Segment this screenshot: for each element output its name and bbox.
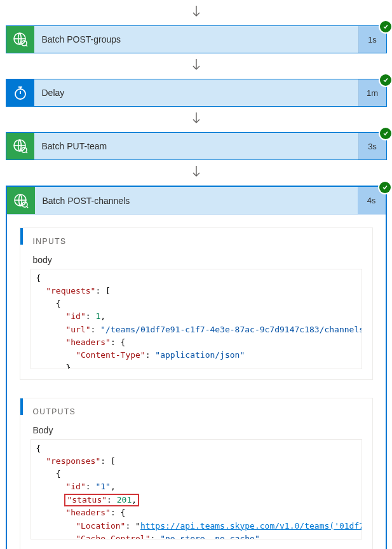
- step-body: INPUTS body { "requests": [ { "id": 1, "…: [7, 215, 386, 549]
- outputs-title: OUTPUTS: [30, 407, 362, 416]
- step-card[interactable]: Batch PUT-team3s: [6, 132, 387, 160]
- arrow-icon: [189, 107, 204, 132]
- inputs-title: INPUTS: [30, 237, 362, 246]
- step-card-expanded[interactable]: Batch POST-channels 4s INPUTS body { "re…: [6, 186, 387, 549]
- svg-point-1: [22, 41, 27, 46]
- success-badge-icon: [380, 128, 391, 139]
- step-card[interactable]: Batch POST-groups1s: [6, 25, 387, 53]
- step-card[interactable]: Delay1m: [6, 79, 387, 107]
- step-title: Delay: [34, 79, 358, 106]
- arrow-icon: [189, 0, 204, 25]
- outputs-section: OUTPUTS Body { "responses": [ { "id": "1…: [20, 398, 373, 549]
- timer-icon: [6, 79, 34, 106]
- step-header[interactable]: Batch POST-channels 4s: [7, 187, 386, 215]
- svg-point-6: [22, 202, 27, 207]
- success-badge-icon: [380, 74, 391, 86]
- inputs-code-view[interactable]: { "requests": [ { "id": 1, "url": "/team…: [30, 269, 362, 369]
- step-title: Batch POST-channels: [35, 187, 358, 214]
- arrow-icon: [189, 160, 204, 186]
- step-title: Batch POST-groups: [34, 26, 358, 53]
- workflow-run-view: Batch POST-groups1sDelay1mBatch PUT-team…: [5, 0, 387, 549]
- outputs-field-label: Body: [30, 425, 362, 435]
- inputs-field-label: body: [30, 255, 362, 265]
- inputs-section: INPUTS body { "requests": [ { "id": 1, "…: [20, 227, 373, 380]
- svg-point-4: [22, 147, 27, 152]
- success-badge-icon: [379, 182, 391, 193]
- outputs-code-view[interactable]: { "responses": [ { "id": "1", "status": …: [30, 439, 362, 539]
- http-action-icon: [7, 187, 35, 214]
- http-action-icon: [6, 26, 34, 53]
- success-badge-icon: [380, 21, 391, 32]
- step-title: Batch PUT-team: [34, 133, 358, 159]
- http-action-icon: [6, 133, 34, 159]
- arrow-icon: [189, 53, 204, 79]
